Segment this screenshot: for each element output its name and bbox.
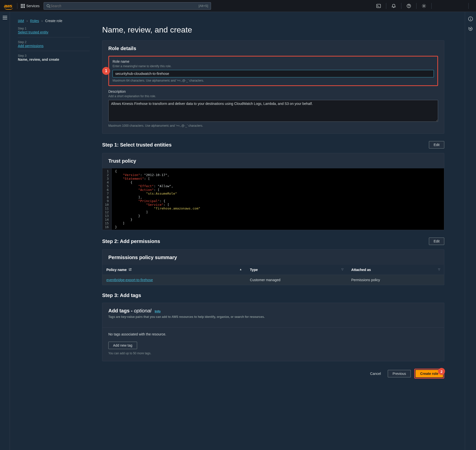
trust-policy-panel: Trust policy 1 2 3 4 5 6 7 8 9 10 11 12 … [102, 153, 444, 230]
wizard-sidebar: IAM › Roles › Create role Step 1 Select … [18, 18, 90, 444]
tags-panel: Add tags - optional Info Tags are key-va… [102, 303, 444, 361]
chevron-right-icon: › [27, 19, 28, 23]
edit-permissions-button[interactable]: Edit [429, 238, 444, 245]
edit-trusted-entities-button[interactable]: Edit [429, 141, 444, 149]
optional-label: optional [134, 308, 151, 313]
help-icon[interactable] [405, 2, 413, 10]
step-label: Name, review, and create [18, 58, 90, 61]
policy-link[interactable]: eventbridge-export-to-firehose [106, 278, 153, 282]
callout-badge-1: 1 [102, 67, 110, 75]
breadcrumb-roles[interactable]: Roles [30, 19, 39, 23]
tags-heading-text: Add tags - [108, 308, 134, 313]
table-row: eventbridge-export-to-firehose Customer … [102, 275, 444, 285]
grid-icon [21, 4, 25, 8]
policy-attached-as: Permissions policy [347, 275, 444, 285]
description-textarea[interactable] [108, 100, 438, 122]
nav-divider [17, 3, 17, 9]
footer-actions: Cancel Previous 2 Create role [102, 369, 444, 379]
step3-heading: Step 3: Add tags [102, 293, 141, 298]
wizard-step-1[interactable]: Step 1 Select trusted entity [18, 24, 90, 37]
breadcrumb-iam[interactable]: IAM [18, 19, 24, 23]
top-nav: aws Services [Alt+S] [0, 0, 476, 12]
cancel-button[interactable]: Cancel [367, 370, 385, 378]
panel-heading: Role details [102, 41, 444, 56]
nav-divider [401, 3, 401, 9]
nav-divider [468, 3, 469, 9]
nav-divider [416, 3, 416, 9]
wizard-step-3: Step 3 Name, review, and create [18, 51, 90, 64]
content: Name, review, and create Role details 1 … [102, 18, 444, 444]
wizard-step-2[interactable]: Step 2 Add permissions [18, 37, 90, 51]
column-label: Type [250, 268, 258, 272]
step2-heading-row: Step 2: Add permissions Edit [102, 238, 444, 245]
aws-logo[interactable]: aws [4, 3, 12, 9]
sort-asc-icon: ▲ [239, 268, 242, 271]
svg-point-10 [470, 28, 471, 29]
description-help: Add a short explanation for this role. [108, 94, 438, 98]
hamburger-icon [3, 16, 7, 19]
permissions-table: Policy name ▲ Type ▽ At [102, 265, 444, 285]
description-constraint: Maximum 1000 characters. Use alphanumeri… [108, 124, 438, 127]
svg-point-5 [409, 7, 409, 7]
sidebar-toggle[interactable] [0, 12, 10, 450]
step-label: Add permissions [18, 44, 90, 48]
add-new-tag-button[interactable]: Add new tag [108, 342, 137, 349]
step-number: Step 3 [18, 54, 90, 58]
callout-1: 1 Role name Enter a meaningful name to i… [108, 56, 438, 86]
svg-point-0 [47, 4, 49, 7]
role-name-constraint: Maximum 64 characters. Use alphanumeric … [113, 79, 434, 82]
role-details-panel: Role details 1 Role name Enter a meaning… [102, 40, 444, 134]
step2-heading: Step 2: Add permissions [102, 239, 160, 244]
nav-right [375, 2, 472, 10]
search-input[interactable] [50, 4, 199, 8]
sort-neutral-icon: ▽ [438, 268, 440, 271]
step-label: Select trusted entity [18, 30, 90, 34]
info-circle-icon[interactable] [468, 16, 473, 21]
divider [102, 328, 444, 328]
trust-policy-heading: Trust policy [102, 153, 444, 168]
callout-2: 2 Create role [414, 369, 444, 379]
breadcrumb: IAM › Roles › Create role [18, 19, 90, 23]
step1-heading-row: Step 1: Select trusted entities Edit [102, 141, 444, 149]
services-label: Services [26, 4, 40, 8]
cloudshell-icon[interactable] [375, 2, 383, 10]
right-rail [465, 12, 476, 450]
svg-point-8 [470, 18, 471, 18]
info-link[interactable]: Info [155, 309, 161, 313]
role-name-input[interactable] [113, 70, 434, 77]
no-tags-message: No tags associated with the resource. [108, 332, 438, 336]
column-policy-name[interactable]: Policy name ▲ [102, 265, 246, 275]
sort-neutral-icon: ▽ [341, 268, 343, 271]
role-name-help: Enter a meaningful name to identify this… [113, 64, 434, 68]
page-title: Name, review, and create [102, 25, 444, 34]
permissions-panel: Permissions policy summary Policy name ▲ [102, 249, 444, 285]
bell-icon[interactable] [390, 2, 398, 10]
policy-type: Customer managed [246, 275, 347, 285]
column-label: Attached as [351, 268, 371, 272]
refresh-settings-icon[interactable] [468, 26, 473, 31]
search-hint: [Alt+S] [199, 4, 208, 8]
previous-button[interactable]: Previous [388, 370, 411, 377]
code-lines: { "Version": "2012-10-17", "Statement": … [112, 168, 444, 230]
search-icon [46, 4, 50, 8]
step3-heading-row: Step 3: Add tags [102, 293, 444, 298]
external-link-icon [129, 268, 132, 271]
nav-divider [386, 3, 386, 9]
permissions-heading: Permissions policy summary [102, 250, 444, 265]
column-attached-as[interactable]: Attached as ▽ [347, 265, 444, 275]
nav-divider [431, 3, 432, 9]
chevron-right-icon: › [41, 19, 43, 23]
column-type[interactable]: Type ▽ [246, 265, 347, 275]
svg-point-6 [423, 5, 425, 7]
svg-line-1 [49, 7, 50, 8]
code-gutter: 1 2 3 4 5 6 7 8 9 10 11 12 13 14 15 16 [102, 168, 112, 230]
gear-icon[interactable] [420, 2, 428, 10]
services-button[interactable]: Services [21, 4, 40, 8]
step1-heading: Step 1: Select trusted entities [102, 142, 172, 148]
table-header-row: Policy name ▲ Type ▽ At [102, 265, 444, 275]
tags-heading: Add tags - optional Info Tags are key-va… [102, 303, 444, 323]
search-box[interactable]: [Alt+S] [44, 2, 211, 10]
tag-limit: You can add up to 50 more tags. [108, 352, 438, 355]
trust-policy-code: 1 2 3 4 5 6 7 8 9 10 11 12 13 14 15 16 {… [102, 168, 444, 230]
column-label: Policy name [106, 268, 127, 272]
